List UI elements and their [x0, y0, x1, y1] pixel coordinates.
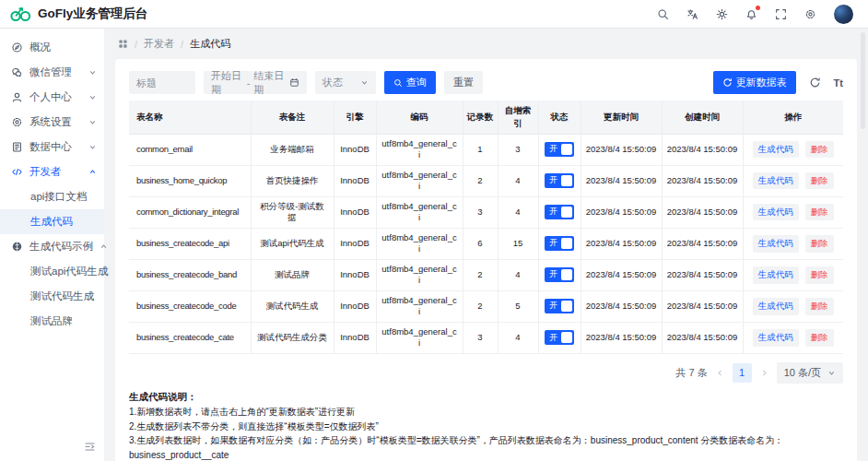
delete-button[interactable]: 删除	[805, 329, 834, 347]
col-encoding: 编码	[376, 100, 463, 134]
translate-icon[interactable]	[686, 8, 698, 20]
sidebar-item-data-center[interactable]: 数据中心	[0, 135, 104, 160]
content-card: 开始日期 - 结束日期 状态	[115, 59, 857, 461]
sidebar-item-test-brand[interactable]: 测试品牌	[0, 309, 104, 334]
status-toggle[interactable]: 开	[545, 267, 574, 282]
refresh-icon[interactable]	[809, 77, 821, 89]
reset-button[interactable]: 重置	[444, 71, 483, 94]
sidebar-item-generate-code[interactable]: 生成代码	[0, 209, 104, 234]
toggle-knob	[561, 332, 572, 343]
cell-encoding: utf8mb4_general_ci	[376, 134, 463, 165]
sidebar-item-label: 生成代码	[30, 215, 73, 229]
search-button[interactable]: 查询	[384, 71, 436, 94]
sidebar-item-profile[interactable]: 个人中心	[0, 85, 104, 110]
page-size-select[interactable]: 10 条/页	[777, 362, 843, 384]
status-toggle[interactable]: 开	[545, 330, 574, 345]
page-number-active[interactable]: 1	[733, 363, 752, 383]
delete-button[interactable]: 删除	[805, 141, 834, 159]
settings-icon[interactable]	[804, 8, 816, 20]
date-start-placeholder: 开始日期	[211, 69, 243, 97]
cell-auto-index: 15	[498, 228, 538, 259]
fullscreen-icon[interactable]	[775, 8, 787, 20]
generate-code-button[interactable]: 生成代码	[753, 172, 799, 190]
calendar-icon	[289, 77, 299, 88]
app-title: GoFly业务管理后台	[38, 6, 147, 22]
status-toggle[interactable]: 开	[545, 142, 574, 157]
toggle-on-label: 开	[549, 333, 557, 344]
delete-button[interactable]: 删除	[805, 298, 834, 315]
cell-engine: InnoDB	[334, 165, 376, 196]
delete-button[interactable]: 删除	[805, 204, 834, 221]
status-toggle[interactable]: 开	[545, 205, 574, 219]
title-input[interactable]	[129, 71, 195, 94]
apps-grid-icon[interactable]	[118, 39, 128, 49]
status-select[interactable]: 状态	[315, 71, 376, 94]
sidebar-item-overview[interactable]: 概况	[0, 35, 104, 60]
cell-encoding: utf8mb4_general_ci	[376, 290, 463, 322]
table-row: common_email 业务端邮箱 InnoDB utf8mb4_genera…	[129, 134, 843, 165]
generate-code-button[interactable]: 生成代码	[753, 266, 799, 284]
generate-code-button[interactable]: 生成代码	[753, 141, 799, 159]
cell-updated: 2023/8/4 15:50:09	[581, 134, 662, 165]
topbar-icon-group	[657, 8, 816, 20]
sidebar-item-wechat[interactable]: 微信管理	[0, 60, 104, 85]
sidebar-item-system-settings[interactable]: 系统设置	[0, 110, 104, 135]
search-button-label: 查询	[406, 76, 427, 89]
chevron-down-icon	[360, 78, 369, 87]
search-icon[interactable]	[657, 8, 669, 20]
sidebar-item-test-api-gen[interactable]: 测试api代码生成	[0, 259, 104, 284]
date-separator: -	[247, 77, 251, 89]
toggle-on-label: 开	[549, 144, 557, 155]
cell-auto-index: 4	[498, 165, 538, 196]
toggle-knob	[561, 144, 572, 155]
cell-updated: 2023/8/4 15:50:09	[581, 290, 662, 322]
status-toggle[interactable]: 开	[545, 173, 574, 188]
generate-code-button[interactable]: 生成代码	[753, 235, 799, 253]
toggle-knob	[561, 238, 572, 249]
cell-auto-index: 4	[498, 196, 538, 228]
notification-icon[interactable]	[745, 8, 757, 20]
sidebar-item-api-docs[interactable]: api接口文档	[0, 184, 104, 209]
generate-code-button[interactable]: 生成代码	[753, 329, 799, 347]
topbar-actions	[657, 5, 853, 24]
gear-icon	[11, 116, 23, 128]
avatar[interactable]	[834, 5, 853, 24]
cell-updated: 2023/8/4 15:50:09	[581, 196, 662, 228]
toggle-on-label: 开	[549, 207, 557, 218]
status-toggle[interactable]: 开	[545, 236, 574, 251]
scrollbar-thumb[interactable]	[861, 32, 865, 129]
delete-button[interactable]: 删除	[805, 172, 834, 190]
cell-updated: 2023/8/4 15:50:09	[581, 259, 662, 290]
table-row: common_dictionary_integral 积分等级-测试数据 Inn…	[129, 196, 843, 228]
breadcrumb-current: 生成代码	[190, 37, 230, 51]
delete-button[interactable]: 删除	[805, 266, 834, 284]
app-window: GoFly业务管理后台 概况微信管理个人中心系统设置数据中心开发者api接口文档…	[0, 0, 868, 461]
delete-button[interactable]: 删除	[805, 235, 834, 253]
cell-actions: 生成代码删除	[743, 196, 843, 228]
status-toggle[interactable]: 开	[545, 299, 574, 313]
date-range-picker[interactable]: 开始日期 - 结束日期	[204, 71, 307, 94]
page-size-value: 10 条/页	[784, 366, 821, 380]
cell-actions: 生成代码删除	[743, 228, 843, 259]
text-size-icon[interactable]: Tt	[834, 77, 843, 89]
reset-button-label: 重置	[453, 76, 474, 89]
next-page-button[interactable]	[760, 369, 768, 377]
cell-status: 开	[538, 134, 581, 165]
prev-page-button[interactable]	[716, 369, 724, 377]
sidebar-item-developer[interactable]: 开发者	[0, 160, 104, 184]
toggle-on-label: 开	[549, 301, 557, 312]
breadcrumb-section[interactable]: 开发者	[144, 37, 174, 51]
sidebar-item-code-samples[interactable]: 生成代码示例	[0, 234, 104, 259]
generate-code-button[interactable]: 生成代码	[753, 204, 799, 221]
sidebar-item-test-code-gen[interactable]: 测试代码生成	[0, 284, 104, 309]
cell-auto-index: 5	[498, 290, 538, 322]
cell-table-name: common_dictionary_integral	[129, 196, 251, 228]
chevron-down-icon	[88, 118, 97, 126]
col-auto-index: 自增索引	[498, 100, 538, 134]
table-row: business_createcode_api 测试api代码生成 InnoDB…	[129, 228, 843, 259]
sidebar-collapse-button[interactable]	[84, 441, 96, 453]
note-line: 3.生成列表数据时，如果数据有对应分类（如：产品分类）时“模板类型=数据关联分类…	[129, 433, 843, 461]
update-tables-button[interactable]: 更新数据表	[713, 71, 796, 94]
theme-light-icon[interactable]	[716, 8, 728, 20]
generate-code-button[interactable]: 生成代码	[753, 298, 799, 315]
